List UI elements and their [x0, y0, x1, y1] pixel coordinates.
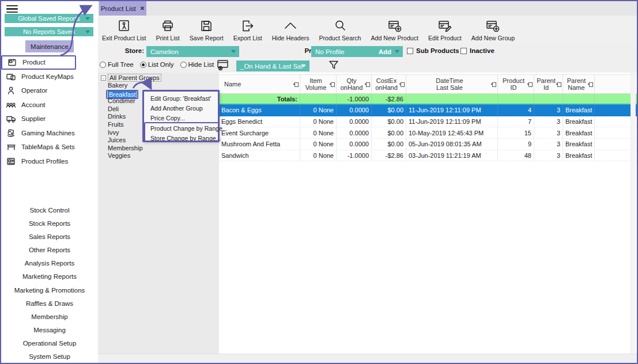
store-profile-row: Store: Camelion Profile: No Profile Add … [98, 44, 637, 59]
sidebar-link-other-reports[interactable]: Other Reports [1, 244, 98, 257]
print-list-button[interactable]: Print List [154, 18, 182, 41]
tree-item-membership[interactable]: Membership [108, 145, 143, 153]
sidebar-item-tablemaps-sets[interactable]: TableMaps & Sets [1, 140, 98, 154]
product-search-button[interactable]: Product Search [317, 18, 363, 41]
tree-item-veggies[interactable]: Veggies [108, 152, 143, 160]
hide-headers-button[interactable]: Hide Headers [270, 18, 311, 41]
hamburger-menu-icon[interactable] [6, 5, 18, 14]
table-row-selected[interactable]: Bacon & Eggs 0 None 0.0000 $0.00 11-Jun-… [219, 105, 637, 116]
table-row[interactable]: Event Surcharge 0 None 0.0000 $0.00 10-M… [219, 127, 637, 139]
sidebar-item-label: TableMaps & Sets [21, 143, 75, 150]
table-icon [6, 142, 16, 152]
person-icon [6, 85, 16, 96]
tree-item-deli[interactable]: Deli [108, 105, 143, 113]
tree-item-fruits[interactable]: Fruits [108, 121, 143, 129]
pin-icon[interactable] [330, 82, 335, 86]
column-chooser-icon[interactable] [217, 59, 229, 73]
exit-product-list-button[interactable]: Exit Product List [100, 18, 148, 41]
pin-icon[interactable] [491, 82, 496, 86]
inactive-checkbox[interactable]: Inactive [460, 47, 494, 54]
totals-row: Totals: -1.0000 -$2.86 [219, 94, 637, 105]
view-columns-dropdown[interactable]: _On Hand & Last Sal [236, 60, 309, 71]
tree-item-juices[interactable]: Juices [108, 136, 143, 145]
hide-list-radio[interactable]: Hide List [180, 61, 214, 68]
sidebar-item-operator[interactable]: Operator [1, 84, 98, 98]
sidebar-link-system-setup[interactable]: System Setup [1, 350, 98, 363]
add-new-product-button[interactable]: Add New Product [369, 18, 420, 41]
radio-selected-icon [140, 62, 146, 68]
sidebar-item-label: Operator [21, 87, 47, 94]
tree-item-bakery[interactable]: Bakery [108, 82, 143, 90]
sub-products-checkbox[interactable]: Sub Products [407, 47, 459, 54]
pin-icon[interactable] [556, 82, 561, 86]
maintenance-button[interactable]: Maintenance [25, 40, 74, 52]
sidebar-link-raffles-draws[interactable]: Raffles & Draws [1, 297, 98, 310]
tree-item-ivvy[interactable]: Ivvy [108, 129, 143, 137]
export-list-button[interactable]: Export List [232, 18, 264, 41]
tree-root-all-parent-groups[interactable]: - All Parent Groups [101, 74, 161, 82]
edit-product-button[interactable]: Edit Product [426, 18, 463, 41]
pin-icon[interactable] [293, 82, 299, 86]
add-card-icon [387, 18, 402, 34]
pin-icon[interactable] [365, 82, 370, 86]
profile-dropdown[interactable]: No Profile Add [311, 46, 403, 57]
column-header-costex-onhand[interactable]: CostEx onHand [372, 75, 406, 93]
store-label: Store: [118, 47, 144, 54]
add-new-group-button[interactable]: Add New Group [470, 18, 516, 41]
checkbox-icon [460, 48, 467, 54]
column-header-item-volume[interactable]: Item Volume [300, 75, 337, 93]
menu-item-add-another-group[interactable]: Add Another Group [144, 104, 218, 113]
column-header-parent-id[interactable]: Parent Id [534, 75, 563, 93]
sidebar-link-stock-reports[interactable]: Stock Reports [1, 217, 98, 230]
global-saved-reports-dropdown[interactable]: Global Saved Reports [5, 14, 93, 23]
table-row[interactable]: Sandwich 0 None -1.0000 -$2.86 03-Jun-20… [219, 150, 637, 162]
filter-funnel-icon[interactable] [329, 60, 339, 73]
vertical-scrollbar[interactable] [631, 73, 636, 354]
column-header-name[interactable]: Name [219, 75, 300, 93]
profile-add-button[interactable]: Add [379, 48, 391, 55]
sidebar-item-product[interactable]: Product [1, 55, 76, 70]
table-row[interactable]: Mushroom And Fetta 0 None 0.0000 $0.00 0… [219, 139, 637, 150]
sidebar-link-operational-setup[interactable]: Operational Setup [1, 337, 98, 350]
sidebar-link-marketing-reports[interactable]: Marketing Reports [1, 270, 98, 283]
tab-product-list[interactable]: Product List ✕ [99, 1, 146, 16]
sidebar-item-gaming-machines[interactable]: Gaming Machines [1, 126, 98, 141]
store-value: Camelion [150, 48, 179, 55]
column-header-product-id[interactable]: Product ID [498, 75, 534, 93]
menu-item-store-change-by-range[interactable]: Store Change by Range... [144, 134, 218, 143]
no-reports-saved-label: No Reports Saved [23, 28, 75, 35]
sidebar-item-product-profiles[interactable]: Product Profiles [1, 154, 98, 169]
close-icon[interactable]: ✕ [140, 5, 145, 12]
sidebar-item-product-keymaps[interactable]: Product KeyMaps [1, 70, 98, 84]
sidebar-link-sales-reports[interactable]: Sales Reports [1, 230, 98, 244]
column-header-parent-name[interactable]: Parent Name [563, 75, 595, 93]
radio-icon [100, 62, 106, 68]
pin-icon[interactable] [588, 82, 593, 86]
sidebar-link-marketing-promotions[interactable]: Marketing & Promotions [1, 284, 98, 297]
collapse-icon[interactable]: - [101, 75, 106, 81]
sidebar-item-account[interactable]: Account [1, 98, 98, 112]
pin-icon[interactable] [527, 82, 533, 86]
sidebar-link-messaging[interactable]: Messaging [1, 324, 98, 337]
pin-icon[interactable] [399, 82, 405, 86]
menu-item-price-copy[interactable]: Price Copy... [144, 113, 218, 123]
tree-item-breakfast[interactable]: Breakfast [108, 90, 143, 98]
sidebar-item-supplier[interactable]: Supplier [1, 112, 98, 126]
save-report-button[interactable]: Save Report [188, 18, 225, 41]
printer-icon [161, 18, 175, 34]
column-header-qty-onhand[interactable]: Qty onHand [337, 75, 372, 93]
sidebar-link-membership[interactable]: Membership [1, 310, 98, 324]
no-reports-saved-dropdown[interactable]: No Reports Saved [5, 27, 93, 36]
table-row[interactable]: Eggs Benedict 0 None 0.0000 $0.00 11-Jun… [219, 116, 637, 128]
store-dropdown[interactable]: Camelion [146, 46, 239, 57]
sidebar-link-stock-control[interactable]: Stock Control [1, 204, 98, 217]
full-tree-radio[interactable]: Full Tree [100, 61, 134, 68]
menu-item-product-change-by-range[interactable]: Product Change by Range... [144, 124, 218, 134]
sub-products-label: Sub Products [416, 47, 459, 54]
column-header-datetime-last-sale[interactable]: DateTime Last Sale [406, 75, 498, 93]
menu-item-edit-group[interactable]: Edit Group: 'Breakfast' [144, 94, 218, 104]
list-only-radio[interactable]: List Only [140, 61, 174, 68]
tree-item-drinks[interactable]: Drinks [108, 113, 143, 121]
sidebar-item-label: Account [21, 101, 46, 108]
sidebar-link-analysis-reports[interactable]: Analysis Reports [1, 257, 98, 270]
